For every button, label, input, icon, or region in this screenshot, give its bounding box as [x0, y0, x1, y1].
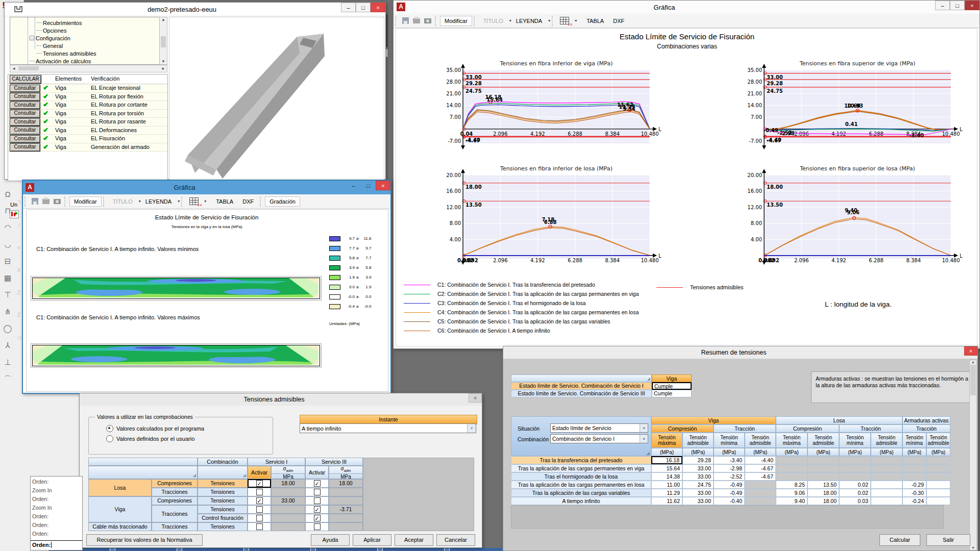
resumen-close-button[interactable]: ×	[964, 346, 977, 356]
calcular-button[interactable]: CALCULAR	[10, 75, 41, 84]
consultar-button[interactable]: Consultar	[10, 135, 40, 143]
consultar-button[interactable]: Consultar	[10, 93, 40, 101]
section-y-icon[interactable]: ⅄	[1, 339, 15, 352]
checkbox-checked[interactable]: ✓	[314, 506, 321, 513]
grafica-right-titlebar[interactable]: A Gráfica – □ ×	[394, 1, 979, 14]
scroll-thumb[interactable]	[970, 365, 976, 395]
viewport-3d[interactable]	[169, 17, 384, 180]
checkbox[interactable]	[256, 515, 263, 521]
grafica-right-minimize-button[interactable]: –	[935, 1, 950, 10]
ayuda-button[interactable]: Ayuda	[311, 534, 350, 546]
estado-row-value[interactable]: Cumple	[652, 390, 692, 397]
section-voided-icon[interactable]: ◡	[1, 238, 15, 251]
dxf-button[interactable]: DXF	[238, 196, 258, 207]
grafica-right-maximize-button[interactable]: □	[950, 1, 965, 10]
tree-item-configuraci-n[interactable]: -Configuración	[10, 34, 159, 42]
grid-settings-icon[interactable]: 0.0	[189, 197, 199, 205]
tree-expander-icon[interactable]: -	[30, 36, 34, 40]
checkbox-checked[interactable]: ✓	[314, 480, 321, 487]
chevron-down-icon[interactable]: ˅	[640, 424, 648, 432]
recuperar-button[interactable]: Recuperar los valores de la Normativa	[86, 534, 203, 546]
leyenda-button[interactable]: LEYENDA	[511, 16, 547, 26]
section-tee-icon[interactable]: ⊤	[1, 288, 15, 302]
dxf-button[interactable]: DXF	[608, 16, 629, 26]
command-input[interactable]: Orden:	[31, 540, 82, 550]
scroll-right-icon[interactable]: ►	[161, 66, 165, 71]
tree-item-activaci-n-de-c-lculos[interactable]: Activación de cálculos	[10, 57, 159, 65]
titulo-button[interactable]: TÍTULO	[108, 196, 137, 207]
save-icon[interactable]	[32, 198, 38, 205]
demo2-minimize-button[interactable]: –	[341, 3, 356, 12]
snapshot-icon[interactable]	[424, 18, 431, 23]
section-omega-icon[interactable]: Ω	[1, 187, 15, 201]
tree-vscrollbar[interactable]: ▲ ▼	[159, 17, 167, 65]
save-icon[interactable]	[402, 17, 409, 24]
consultar-button[interactable]: Consultar	[10, 110, 40, 118]
radio-usuario-row[interactable]: Valores definidos por el usuario	[106, 435, 266, 442]
modificar-button[interactable]: Modificar	[440, 16, 472, 26]
tree-item-opciones[interactable]: Opciones	[10, 27, 159, 34]
scroll-down-icon[interactable]: ▼	[970, 546, 976, 549]
scroll-up-icon[interactable]: ▲	[160, 17, 167, 22]
demo2-titlebar[interactable]: demo2-pretesado-eeuu – □ ×	[5, 3, 385, 16]
report-icon[interactable]	[10, 210, 19, 218]
checkbox-checked[interactable]: ✓	[256, 497, 263, 504]
tree-item-general[interactable]: General	[10, 42, 159, 49]
checkbox[interactable]	[314, 523, 321, 530]
checkbox[interactable]	[256, 489, 263, 495]
scroll-left-icon[interactable]: ◄	[12, 66, 16, 71]
modificar-button[interactable]: Modificar	[69, 196, 102, 207]
consultar-button[interactable]: Consultar	[10, 143, 40, 152]
scroll-thumb[interactable]	[18, 66, 39, 70]
consultar-button[interactable]: Consultar	[10, 118, 40, 127]
checkbox[interactable]	[256, 506, 263, 513]
salir-button[interactable]: Salir	[926, 534, 970, 546]
radio-programa-row[interactable]: Valores calculados por el programa	[106, 425, 266, 432]
section-trapezoid-icon[interactable]: ⌒	[1, 372, 15, 386]
resumen-titlebar[interactable]: Resumen de tensiones ×	[503, 346, 977, 359]
section-base-icon[interactable]: ⊥	[1, 356, 15, 369]
situacion-combobox[interactable]: Estado límite de Servicio˅	[550, 423, 648, 433]
scroll-down-icon[interactable]: ▼	[160, 59, 167, 64]
dialog-close-button[interactable]: ×	[469, 393, 482, 403]
grid-settings-icon[interactable]: 0.0	[560, 17, 569, 24]
chevron-down-icon[interactable]: ˅	[640, 435, 648, 443]
combinacion-combobox[interactable]: Combinación de Servicio I˅	[550, 434, 648, 443]
scroll-up-icon[interactable]: ▲	[970, 360, 976, 364]
checkbox-checked[interactable]: ✓	[314, 515, 321, 521]
grafica-right-close-button[interactable]: ×	[965, 1, 979, 10]
aceptar-button[interactable]: Aceptar	[395, 534, 433, 546]
gradacion-button[interactable]: Gradación	[265, 196, 300, 207]
grafica-small-titlebar[interactable]: A Gráfica – □ ×	[23, 181, 390, 194]
checkbox-checked[interactable]: ✓	[256, 480, 263, 487]
section-arch-icon[interactable]: ◠	[1, 221, 15, 234]
print-icon[interactable]	[413, 18, 420, 23]
print-icon[interactable]	[42, 199, 50, 204]
scroll-thumb[interactable]	[161, 36, 166, 47]
aplicar-button[interactable]: Aplicar	[353, 534, 391, 546]
section-double-tee-icon[interactable]: ⋔	[1, 305, 15, 318]
calcular-button[interactable]: Calcular	[879, 534, 920, 546]
chevron-down-icon[interactable]: ˅	[467, 424, 476, 433]
consultar-button[interactable]: Consultar	[10, 102, 40, 110]
leyenda-button[interactable]: LEYENDA	[141, 196, 176, 207]
tree-item-tensiones-admisibles[interactable]: Tensiones admisibles	[10, 49, 159, 57]
demo2-maximize-button[interactable]: □	[356, 3, 371, 12]
instante-combobox[interactable]: A tiempo infinito ˅	[300, 423, 476, 433]
tree-hscrollbar[interactable]: ◄ ►	[10, 65, 167, 72]
consultar-button[interactable]: Consultar	[10, 85, 40, 93]
section-deck-icon[interactable]: ⊟	[1, 255, 15, 268]
snapshot-icon[interactable]	[54, 199, 61, 204]
checkbox[interactable]	[314, 497, 321, 504]
grafica-small-minimize-button[interactable]: –	[346, 181, 361, 190]
consultar-button[interactable]: Consultar	[10, 127, 40, 135]
cancelar-button[interactable]: Cancelar	[436, 534, 475, 546]
grafica-small-maximize-button[interactable]: □	[361, 181, 376, 190]
section-grid-icon[interactable]: ▦	[1, 271, 15, 285]
resumen-vscrollbar[interactable]: ▲ ▼	[969, 360, 977, 550]
estado-row-value[interactable]: Cumple	[652, 382, 692, 390]
tabla-button[interactable]: TABLA	[211, 196, 238, 207]
checkbox[interactable]	[256, 523, 263, 530]
titulo-button[interactable]: TÍTULO	[479, 16, 508, 26]
radio-programa[interactable]	[106, 425, 113, 432]
